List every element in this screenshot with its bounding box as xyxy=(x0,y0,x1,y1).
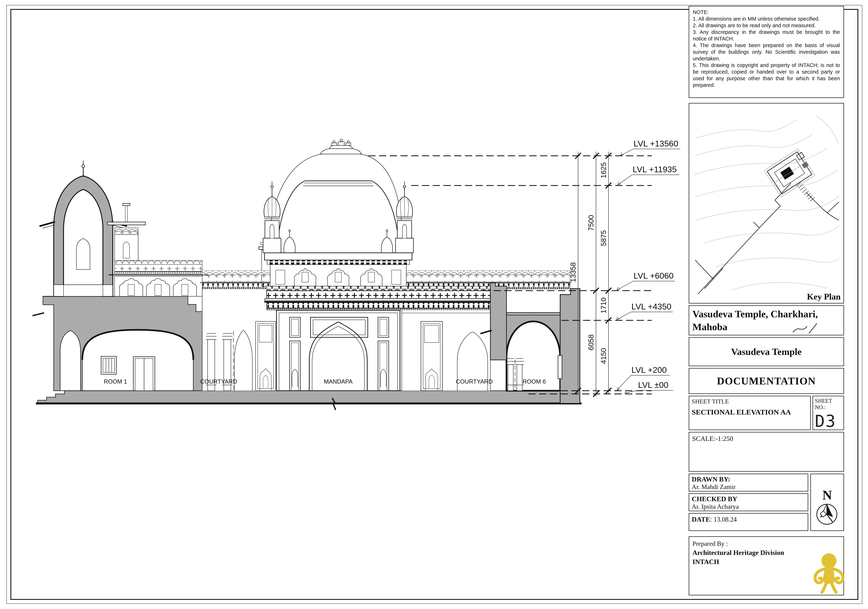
note-item: 1. All dimensions are in MM unless other… xyxy=(693,16,840,22)
note-item: 2. All drawings are to be read only and … xyxy=(693,22,840,29)
checked-by-value: Ar. Ipsita Acharya xyxy=(692,503,805,510)
checked-by-box: CHECKED BY Ar. Ipsita Acharya xyxy=(689,493,808,511)
drawn-by-box: DRAWN BY: Ar. Mahdi Zamir xyxy=(689,474,808,491)
prepared-by-box: Prepared By : Architectural Heritage Div… xyxy=(689,536,844,595)
sheet-title-value: SECTIONAL ELEVATION AA xyxy=(692,408,808,416)
monument-title: Vasudeva Temple xyxy=(731,346,801,357)
date-label: DATE xyxy=(692,516,710,523)
notes-box: NOTE: 1. All dimensions are in MM unless… xyxy=(689,6,844,98)
sheet-number-label: SHEET NO.: xyxy=(815,398,842,410)
sheet-number-box: SHEET NO.: D3 xyxy=(812,396,844,430)
prepared-org-line2: INTACH xyxy=(693,557,840,566)
notes-heading: NOTE: xyxy=(693,9,840,16)
scale-box: SCALE:-1:250 xyxy=(689,432,844,472)
monument-box: Vasudeva Temple xyxy=(689,337,844,366)
prepared-by-label: Prepared By : xyxy=(693,539,840,548)
sheet-title-label: SHEET TITLE xyxy=(692,398,808,405)
note-item: 5. This drawing is copyright and propert… xyxy=(693,62,840,89)
drawing-sheet: NOTE: 1. All dimensions are in MM unless… xyxy=(0,0,868,609)
key-plan-label: Key Plan xyxy=(807,292,841,301)
sheet-title-box: SHEET TITLE SECTIONAL ELEVATION AA xyxy=(689,396,811,430)
prepared-org-line1: Architectural Heritage Division xyxy=(693,548,840,557)
documentation-box: DOCUMENTATION xyxy=(689,368,844,394)
date-value: : 13.08.24 xyxy=(710,516,737,523)
scale-value: SCALE:-1:250 xyxy=(692,435,841,443)
key-plan-box: Key Plan xyxy=(689,103,844,303)
project-title: Vasudeva Temple, Charkhari, Mahoba xyxy=(693,308,840,333)
drawn-by-value: Ar. Mahdi Zamir xyxy=(692,483,805,491)
note-item: 3. Any discrepancy in the drawings must … xyxy=(693,29,840,42)
note-item: 4. The drawings have been prepared on th… xyxy=(693,42,840,62)
project-title-box: Vasudeva Temple, Charkhari, Mahoba xyxy=(689,305,844,336)
date-box: DATE: 13.08.24 xyxy=(689,513,808,531)
documentation-label: DOCUMENTATION xyxy=(717,375,816,387)
checked-by-label: CHECKED BY xyxy=(692,495,805,503)
north-compass-box xyxy=(811,474,844,531)
drawn-by-label: DRAWN BY: xyxy=(692,475,805,483)
sheet-number-value: D3 xyxy=(815,412,842,431)
